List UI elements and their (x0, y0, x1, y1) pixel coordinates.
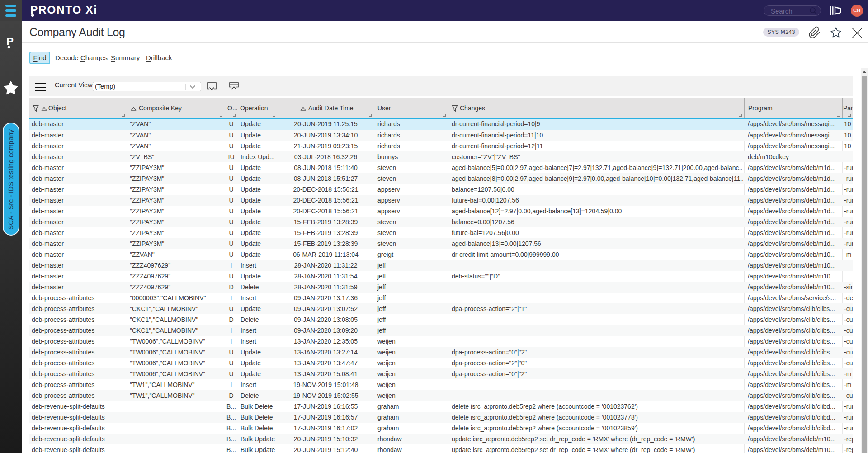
svg-text:P: P (6, 35, 14, 47)
